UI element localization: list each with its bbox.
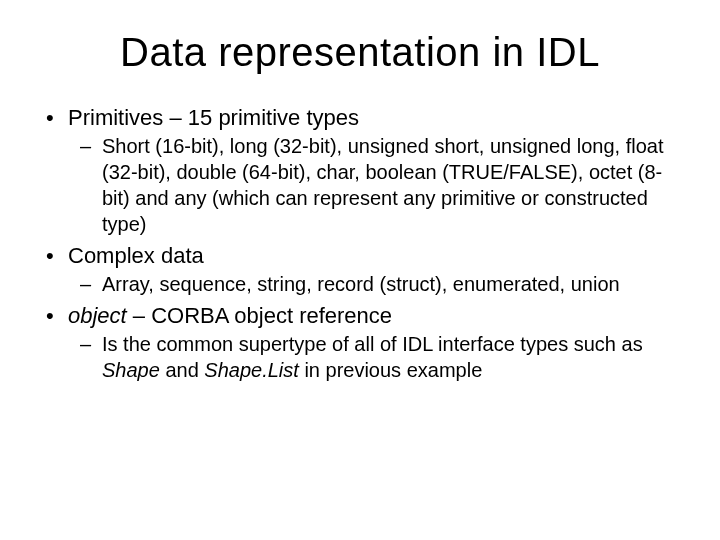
- sub-list: – Array, sequence, string, record (struc…: [80, 271, 680, 297]
- dash-icon: –: [80, 133, 102, 159]
- list-item: – Is the common supertype of all of IDL …: [80, 331, 680, 383]
- plain-text: Is the common supertype of all of IDL in…: [102, 333, 643, 355]
- slide-title: Data representation in IDL: [40, 30, 680, 75]
- dash-icon: –: [80, 271, 102, 297]
- bullet-text: Complex data: [68, 243, 680, 269]
- italic-text: Shape: [102, 359, 160, 381]
- list-item: – Short (16-bit), long (32-bit), unsigne…: [80, 133, 680, 237]
- slide: Data representation in IDL • Primitives …: [0, 0, 720, 540]
- bullet-list: • Primitives – 15 primitive types – Shor…: [40, 105, 680, 383]
- sub-text: Array, sequence, string, record (struct)…: [102, 271, 680, 297]
- italic-text: object: [68, 303, 127, 328]
- sub-text: Is the common supertype of all of IDL in…: [102, 331, 680, 383]
- sub-list: – Is the common supertype of all of IDL …: [80, 331, 680, 383]
- bullet-text: object – CORBA object reference: [68, 303, 680, 329]
- list-item: • object – CORBA object reference – Is t…: [40, 303, 680, 383]
- list-item: – Array, sequence, string, record (struc…: [80, 271, 680, 297]
- bullet-text: Primitives – 15 primitive types: [68, 105, 680, 131]
- plain-text: and: [160, 359, 204, 381]
- italic-text: Shape.List: [204, 359, 299, 381]
- bullet-icon: •: [40, 303, 68, 329]
- list-item: • Primitives – 15 primitive types – Shor…: [40, 105, 680, 237]
- bullet-icon: •: [40, 243, 68, 269]
- sub-list: – Short (16-bit), long (32-bit), unsigne…: [80, 133, 680, 237]
- plain-text: in previous example: [299, 359, 482, 381]
- dash-icon: –: [80, 331, 102, 357]
- sub-text: Short (16-bit), long (32-bit), unsigned …: [102, 133, 680, 237]
- list-item: • Complex data – Array, sequence, string…: [40, 243, 680, 297]
- bullet-icon: •: [40, 105, 68, 131]
- plain-text: – CORBA object reference: [127, 303, 392, 328]
